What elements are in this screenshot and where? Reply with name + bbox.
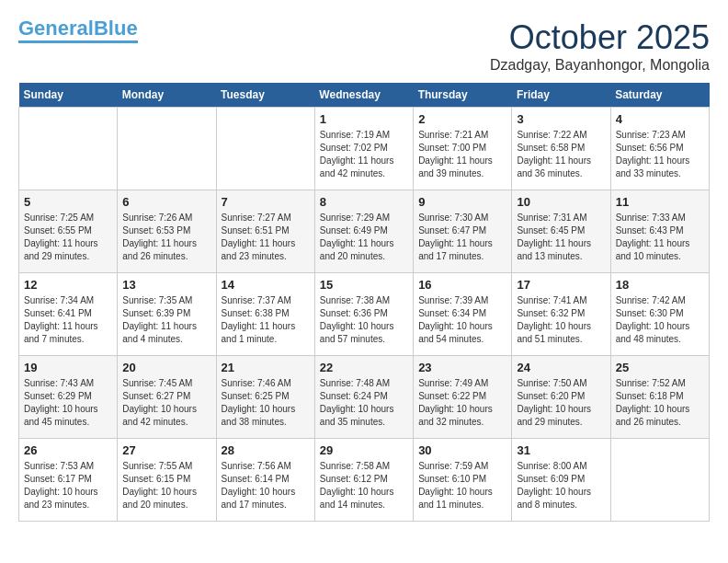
day-number: 20 — [122, 361, 210, 374]
day-info: Sunrise: 7:55 AM Sunset: 6:15 PM Dayligh… — [122, 460, 210, 511]
day-info: Sunrise: 7:33 AM Sunset: 6:43 PM Dayligh… — [616, 212, 704, 263]
calendar-cell: 30Sunrise: 7:59 AM Sunset: 6:10 PM Dayli… — [414, 439, 512, 522]
title-block: October 2025 Dzadgay, Bayanhongor, Mongo… — [490, 18, 710, 74]
logo-general: General — [18, 17, 94, 40]
day-info: Sunrise: 7:56 AM Sunset: 6:14 PM Dayligh… — [222, 460, 310, 511]
day-info: Sunrise: 7:19 AM Sunset: 7:02 PM Dayligh… — [320, 129, 408, 180]
calendar-week-5: 26Sunrise: 7:53 AM Sunset: 6:17 PM Dayli… — [19, 439, 710, 522]
weekday-header-monday: Monday — [118, 83, 216, 108]
day-number: 7 — [222, 195, 310, 209]
day-number: 24 — [517, 361, 605, 374]
calendar-cell — [216, 108, 314, 190]
logo: GeneralBlue — [18, 18, 138, 43]
calendar-cell: 16Sunrise: 7:39 AM Sunset: 6:34 PM Dayli… — [414, 273, 512, 356]
day-info: Sunrise: 7:34 AM Sunset: 6:41 PM Dayligh… — [24, 294, 112, 346]
weekday-header-saturday: Saturday — [610, 83, 709, 108]
day-number: 15 — [320, 278, 408, 292]
weekday-header-sunday: Sunday — [19, 83, 118, 108]
day-info: Sunrise: 7:29 AM Sunset: 6:49 PM Dayligh… — [320, 212, 408, 263]
calendar-cell — [610, 439, 709, 522]
day-number: 27 — [122, 443, 210, 457]
calendar-cell: 14Sunrise: 7:37 AM Sunset: 6:38 PM Dayli… — [216, 273, 314, 356]
day-info: Sunrise: 7:45 AM Sunset: 6:27 PM Dayligh… — [122, 377, 210, 429]
calendar-cell — [118, 108, 216, 190]
month-title: October 2025 — [490, 18, 710, 57]
day-number: 22 — [320, 361, 408, 374]
calendar-cell: 9Sunrise: 7:30 AM Sunset: 6:47 PM Daylig… — [414, 190, 512, 273]
day-info: Sunrise: 7:53 AM Sunset: 6:17 PM Dayligh… — [24, 460, 112, 511]
calendar-cell: 2Sunrise: 7:21 AM Sunset: 7:00 PM Daylig… — [414, 108, 512, 190]
day-number: 18 — [616, 278, 704, 292]
day-info: Sunrise: 7:59 AM Sunset: 6:10 PM Dayligh… — [418, 460, 506, 511]
calendar-cell: 17Sunrise: 7:41 AM Sunset: 6:32 PM Dayli… — [512, 273, 610, 356]
weekday-header-row: SundayMondayTuesdayWednesdayThursdayFrid… — [19, 83, 710, 108]
calendar-cell — [19, 108, 118, 190]
weekday-header-wednesday: Wednesday — [314, 83, 413, 108]
calendar-cell: 1Sunrise: 7:19 AM Sunset: 7:02 PM Daylig… — [314, 108, 413, 190]
day-number: 17 — [517, 278, 605, 292]
day-number: 21 — [222, 361, 310, 374]
day-number: 30 — [418, 443, 506, 457]
day-number: 29 — [320, 443, 408, 457]
day-info: Sunrise: 7:50 AM Sunset: 6:20 PM Dayligh… — [517, 377, 605, 429]
day-number: 12 — [24, 278, 112, 292]
calendar-cell: 24Sunrise: 7:50 AM Sunset: 6:20 PM Dayli… — [512, 356, 610, 439]
calendar-week-2: 5Sunrise: 7:25 AM Sunset: 6:55 PM Daylig… — [19, 190, 710, 273]
day-info: Sunrise: 7:31 AM Sunset: 6:45 PM Dayligh… — [517, 212, 605, 263]
calendar-cell: 8Sunrise: 7:29 AM Sunset: 6:49 PM Daylig… — [314, 190, 413, 273]
calendar-cell: 25Sunrise: 7:52 AM Sunset: 6:18 PM Dayli… — [610, 356, 709, 439]
day-number: 2 — [418, 112, 506, 126]
calendar-cell: 15Sunrise: 7:38 AM Sunset: 6:36 PM Dayli… — [314, 273, 413, 356]
day-number: 31 — [517, 443, 605, 457]
day-info: Sunrise: 7:26 AM Sunset: 6:53 PM Dayligh… — [122, 212, 210, 263]
calendar-table: SundayMondayTuesdayWednesdayThursdayFrid… — [18, 83, 710, 522]
calendar-cell: 3Sunrise: 7:22 AM Sunset: 6:58 PM Daylig… — [512, 108, 610, 190]
day-info: Sunrise: 7:48 AM Sunset: 6:24 PM Dayligh… — [320, 377, 408, 429]
calendar-cell: 11Sunrise: 7:33 AM Sunset: 6:43 PM Dayli… — [610, 190, 709, 273]
calendar-cell: 21Sunrise: 7:46 AM Sunset: 6:25 PM Dayli… — [216, 356, 314, 439]
calendar-cell: 7Sunrise: 7:27 AM Sunset: 6:51 PM Daylig… — [216, 190, 314, 273]
page-header: GeneralBlue October 2025 Dzadgay, Bayanh… — [18, 18, 710, 74]
day-info: Sunrise: 8:00 AM Sunset: 6:09 PM Dayligh… — [517, 460, 605, 511]
day-info: Sunrise: 7:39 AM Sunset: 6:34 PM Dayligh… — [418, 294, 506, 346]
day-info: Sunrise: 7:21 AM Sunset: 7:00 PM Dayligh… — [418, 129, 506, 180]
weekday-header-tuesday: Tuesday — [216, 83, 314, 108]
day-number: 8 — [320, 195, 408, 209]
day-info: Sunrise: 7:46 AM Sunset: 6:25 PM Dayligh… — [222, 377, 310, 429]
location: Dzadgay, Bayanhongor, Mongolia — [490, 57, 710, 74]
calendar-cell: 4Sunrise: 7:23 AM Sunset: 6:56 PM Daylig… — [610, 108, 709, 190]
day-number: 5 — [24, 195, 112, 209]
day-info: Sunrise: 7:27 AM Sunset: 6:51 PM Dayligh… — [222, 212, 310, 263]
calendar-cell: 27Sunrise: 7:55 AM Sunset: 6:15 PM Dayli… — [118, 439, 216, 522]
day-number: 26 — [24, 443, 112, 457]
calendar-cell: 6Sunrise: 7:26 AM Sunset: 6:53 PM Daylig… — [118, 190, 216, 273]
day-info: Sunrise: 7:30 AM Sunset: 6:47 PM Dayligh… — [418, 212, 506, 263]
calendar-cell: 18Sunrise: 7:42 AM Sunset: 6:30 PM Dayli… — [610, 273, 709, 356]
calendar-week-3: 12Sunrise: 7:34 AM Sunset: 6:41 PM Dayli… — [19, 273, 710, 356]
calendar-cell: 29Sunrise: 7:58 AM Sunset: 6:12 PM Dayli… — [314, 439, 413, 522]
day-number: 6 — [122, 195, 210, 209]
day-number: 16 — [418, 278, 506, 292]
day-info: Sunrise: 7:25 AM Sunset: 6:55 PM Dayligh… — [24, 212, 112, 263]
day-number: 11 — [616, 195, 704, 209]
day-number: 4 — [616, 112, 704, 126]
logo-underline — [18, 40, 138, 43]
logo-blue: Blue — [94, 17, 138, 40]
day-number: 9 — [418, 195, 506, 209]
day-info: Sunrise: 7:42 AM Sunset: 6:30 PM Dayligh… — [616, 294, 704, 346]
day-info: Sunrise: 7:58 AM Sunset: 6:12 PM Dayligh… — [320, 460, 408, 511]
weekday-header-friday: Friday — [512, 83, 610, 108]
day-info: Sunrise: 7:23 AM Sunset: 6:56 PM Dayligh… — [616, 129, 704, 180]
calendar-week-4: 19Sunrise: 7:43 AM Sunset: 6:29 PM Dayli… — [19, 356, 710, 439]
calendar-cell: 13Sunrise: 7:35 AM Sunset: 6:39 PM Dayli… — [118, 273, 216, 356]
day-info: Sunrise: 7:41 AM Sunset: 6:32 PM Dayligh… — [517, 294, 605, 346]
calendar-cell: 20Sunrise: 7:45 AM Sunset: 6:27 PM Dayli… — [118, 356, 216, 439]
day-info: Sunrise: 7:43 AM Sunset: 6:29 PM Dayligh… — [24, 377, 112, 429]
day-info: Sunrise: 7:22 AM Sunset: 6:58 PM Dayligh… — [517, 129, 605, 180]
calendar-cell: 10Sunrise: 7:31 AM Sunset: 6:45 PM Dayli… — [512, 190, 610, 273]
calendar-cell: 22Sunrise: 7:48 AM Sunset: 6:24 PM Dayli… — [314, 356, 413, 439]
calendar-cell: 12Sunrise: 7:34 AM Sunset: 6:41 PM Dayli… — [19, 273, 118, 356]
day-number: 1 — [320, 112, 408, 126]
day-number: 28 — [222, 443, 310, 457]
day-info: Sunrise: 7:38 AM Sunset: 6:36 PM Dayligh… — [320, 294, 408, 346]
